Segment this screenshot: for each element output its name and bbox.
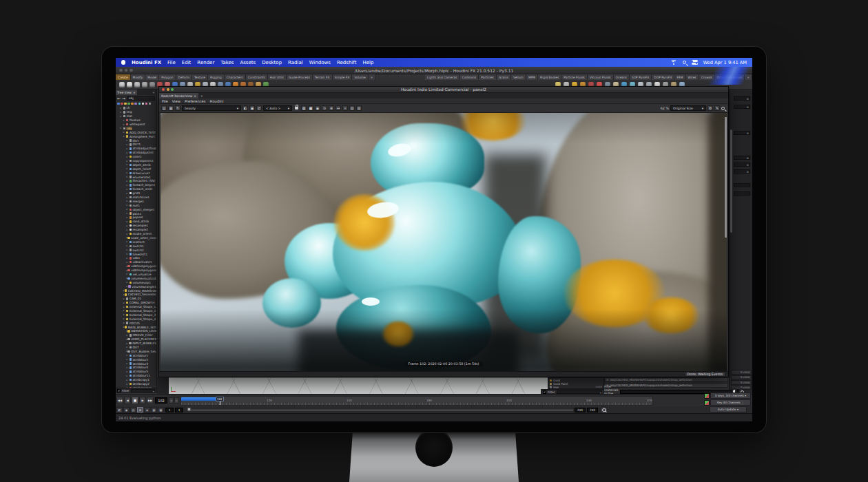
parameter-row[interactable]: ⚙ bbox=[734, 163, 750, 167]
render-scrollbar[interactable] bbox=[725, 117, 727, 238]
menu-item[interactable]: Desktop bbox=[262, 60, 282, 65]
shelf-tool-icon[interactable] bbox=[149, 82, 155, 87]
parameter-row[interactable] bbox=[734, 191, 750, 196]
render-toolbar-icon[interactable]: ▦ bbox=[168, 105, 174, 111]
frame-step-button[interactable]: ◁ bbox=[169, 397, 174, 404]
shelf-tab[interactable]: Rigging bbox=[208, 74, 225, 80]
frame-step-button[interactable]: ▷ bbox=[174, 397, 179, 404]
key-all-channels-button[interactable]: Key All Channels ⋮ bbox=[710, 399, 751, 406]
render-toolbar-icon[interactable]: ▦ bbox=[301, 105, 307, 111]
shelf-tool-icon[interactable] bbox=[142, 82, 147, 87]
filter-checkbox[interactable]: ✓ bbox=[117, 389, 121, 392]
render-pass-dropdown[interactable]: beauty ▾ bbox=[182, 105, 241, 111]
menu-item[interactable]: Assets bbox=[240, 60, 256, 65]
transport-button[interactable]: ◀ bbox=[124, 397, 131, 404]
shelf-tab[interactable]: Wires bbox=[686, 74, 699, 80]
current-frame-field[interactable]: 102 bbox=[155, 397, 167, 404]
tab-redshift-renderview[interactable]: Redshift RenderView × bbox=[159, 93, 198, 98]
shelf-tab[interactable]: Particle Fluids bbox=[561, 74, 587, 80]
render-window-title-bar[interactable]: Houdini Indie Limited-Commercial - panel… bbox=[159, 87, 728, 93]
shelf-tab[interactable]: Volume bbox=[352, 74, 368, 80]
render-toolbar-icon[interactable]: ⊕ bbox=[329, 105, 334, 111]
render-toolbar-icon[interactable]: ▣ bbox=[249, 105, 255, 111]
menu-item[interactable]: Edit bbox=[182, 60, 192, 65]
node-type-filter-icon[interactable] bbox=[124, 103, 127, 105]
scrollbar[interactable] bbox=[730, 129, 732, 233]
render-toolbar-icon[interactable]: ◐ bbox=[242, 105, 248, 111]
node-type-filter-icon[interactable] bbox=[134, 103, 137, 105]
range-end-field[interactable]: 240 bbox=[587, 408, 598, 412]
shelf-tab[interactable]: Polygon bbox=[159, 74, 176, 80]
close-icon[interactable]: × bbox=[133, 91, 136, 94]
menu-item[interactable]: Help bbox=[362, 60, 373, 65]
wifi-icon[interactable] bbox=[670, 60, 677, 65]
shelf-tool-icon[interactable] bbox=[119, 82, 125, 87]
shader-path-row[interactable]: ≡ /obj/CACHED_MAINSHAPE/sopquickshade1/s… bbox=[604, 377, 728, 382]
playbar-option-button[interactable]: ▦ bbox=[151, 407, 157, 412]
shelf-tab[interactable]: Particles bbox=[479, 74, 497, 80]
node-type-filter-icon[interactable] bbox=[149, 103, 152, 105]
transport-button[interactable]: ◀◀ bbox=[116, 397, 123, 404]
render-menu-item[interactable]: Houdini bbox=[210, 99, 224, 103]
bucket-order-dropdown[interactable]: < Auto > ▾ bbox=[263, 105, 292, 111]
menu-item[interactable]: Takes bbox=[220, 60, 234, 65]
auto-update-dropdown[interactable]: Auto Update ▾ bbox=[710, 406, 747, 412]
network-path-field[interactable]: obj bbox=[127, 96, 155, 101]
shelf-tab[interactable]: + bbox=[745, 74, 752, 80]
render-toolbar-icon[interactable]: ▧ bbox=[349, 105, 355, 111]
parameter-row[interactable]: ⚙ bbox=[734, 105, 750, 109]
filter-dropdown[interactable]: ▾ bbox=[131, 389, 155, 393]
node-type-filter-icon[interactable] bbox=[131, 103, 134, 105]
shelf-tab[interactable]: Modify bbox=[131, 74, 146, 80]
menu-item[interactable]: Render bbox=[197, 60, 214, 65]
playbar-option-button[interactable]: ◉ bbox=[123, 407, 130, 412]
menu-item[interactable]: Radial bbox=[288, 60, 303, 65]
lock-icon[interactable] bbox=[295, 107, 298, 109]
playback-range-slider[interactable] bbox=[187, 410, 573, 410]
child-count-row[interactable]: 0 child bbox=[731, 375, 752, 380]
shelf-tab[interactable]: Lights and Cameras bbox=[425, 74, 460, 80]
parameter-row[interactable]: ⚙ bbox=[734, 96, 750, 101]
playbar-option-button[interactable]: ▤ bbox=[130, 407, 136, 412]
node-type-filter-icon[interactable] bbox=[138, 103, 141, 105]
forward-icon[interactable]: → bbox=[122, 96, 125, 101]
menu-item[interactable]: File bbox=[167, 60, 176, 65]
render-toolbar-icon[interactable]: ⇄ bbox=[256, 105, 262, 111]
close-icon[interactable]: × bbox=[194, 94, 196, 98]
menu-item[interactable]: Windows bbox=[309, 60, 331, 65]
spotlight-search-icon[interactable] bbox=[683, 61, 686, 64]
transport-button[interactable]: ▶ bbox=[139, 397, 146, 404]
shelf-tab[interactable]: DOP PyroFX bbox=[652, 74, 674, 80]
playback-start-field[interactable]: 1 bbox=[175, 408, 183, 412]
zoom-level[interactable]: 62 % bbox=[661, 107, 669, 110]
parameter-row[interactable]: ⚙ bbox=[734, 156, 750, 160]
playbar-option-button[interactable]: ◩ bbox=[116, 407, 123, 412]
scoped-channels-dropdown[interactable]: 0 keys, 0/0 channels ▾ bbox=[710, 392, 751, 399]
node-type-filter-icon[interactable] bbox=[117, 103, 120, 105]
shelf-tab[interactable]: Model bbox=[145, 74, 159, 80]
node-type-filter-icon[interactable] bbox=[127, 103, 130, 105]
apple-menu-icon[interactable] bbox=[121, 60, 125, 65]
parameter-row[interactable]: ⚙ bbox=[734, 169, 750, 174]
menu-bar-clock[interactable]: Wed Apr 1 9:41 AM bbox=[703, 60, 747, 65]
shelf-tab[interactable]: + bbox=[369, 74, 376, 80]
playbar-option-button[interactable]: ◈ bbox=[144, 407, 150, 412]
render-toolbar-icon[interactable]: ◉ bbox=[315, 105, 320, 111]
render-toolbar-icon[interactable]: ⊙ bbox=[322, 105, 327, 111]
transport-button[interactable]: ■ bbox=[132, 397, 138, 404]
transport-button[interactable]: ▶▶ bbox=[147, 397, 154, 404]
render-toolbar-icon[interactable]: × bbox=[342, 105, 348, 111]
render-toolbar-icon[interactable]: ↻ bbox=[175, 105, 180, 111]
playback-end-field[interactable]: 240 bbox=[575, 408, 586, 412]
magnifier-icon[interactable] bbox=[721, 107, 725, 110]
node-type-filter-icon[interactable] bbox=[121, 103, 123, 105]
shelf-tab[interactable]: FEM bbox=[674, 74, 685, 80]
image-size-dropdown[interactable]: Original Size ▾ bbox=[670, 105, 706, 111]
render-toolbar-icon[interactable]: ↔ bbox=[335, 105, 341, 111]
render-menu-item[interactable]: Preferences bbox=[185, 99, 206, 103]
shelf-tab[interactable]: SOP PyroFX bbox=[630, 74, 652, 80]
node-type-filter-icon[interactable] bbox=[145, 103, 148, 105]
render-toolbar-icon[interactable]: ■ bbox=[308, 105, 313, 111]
range-start-field[interactable]: 1 bbox=[165, 408, 174, 412]
tab-tree-view[interactable]: Tree View × bbox=[116, 90, 137, 95]
